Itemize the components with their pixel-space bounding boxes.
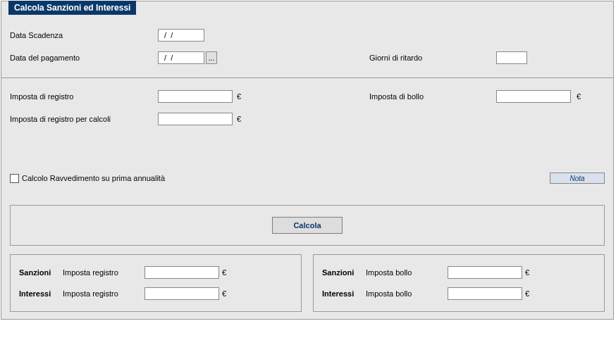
data-pagamento-input[interactable]: [158, 51, 204, 64]
imposta-registro-calcoli-label: Imposta di registro per calcoli: [10, 115, 158, 123]
data-scadenza-label: Data Scadenza: [10, 31, 158, 39]
euro-symbol: €: [577, 92, 581, 101]
sanzioni-label-2: Sanzioni: [322, 268, 366, 277]
interessi-label-2: Interessi: [322, 289, 366, 298]
result-registro-panel: Sanzioni Imposta registro € Interessi Im…: [10, 254, 302, 312]
nota-button[interactable]: Nota: [550, 172, 605, 184]
calcola-panel: Calcola: [10, 205, 605, 246]
euro-symbol: €: [237, 115, 241, 123]
imposta-registro-label: Imposta di registro: [10, 92, 158, 101]
interessi-label: Interessi: [19, 289, 63, 298]
euro-symbol: €: [525, 289, 529, 298]
divider: [1, 77, 613, 78]
euro-symbol: €: [222, 289, 226, 298]
imposta-registro-input[interactable]: [158, 90, 233, 103]
calcolo-ravvedimento-label: Calcolo Ravvedimento su prima annualità: [22, 174, 165, 182]
giorni-ritardo-label: Giorni di ritardo: [369, 54, 496, 62]
imposta-registro-result-label2: Imposta registro: [63, 289, 144, 298]
euro-symbol: €: [222, 268, 226, 277]
giorni-ritardo-input[interactable]: [496, 51, 527, 64]
sanzioni-registro-input[interactable]: [144, 266, 219, 279]
imposta-bollo-result-label: Imposta bollo: [366, 268, 448, 277]
panel-title: Calcola Sanzioni ed Interessi: [8, 1, 136, 15]
main-panel: Calcola Sanzioni ed Interessi Data Scade…: [1, 1, 614, 320]
calcola-button[interactable]: Calcola: [272, 217, 343, 234]
date-section: Data Scadenza Data del pagamento ... Gio…: [10, 8, 605, 75]
interessi-bollo-input[interactable]: [448, 287, 522, 300]
data-scadenza-input[interactable]: [158, 29, 204, 42]
imposta-registro-calcoli-input[interactable]: [158, 113, 233, 125]
calcolo-ravvedimento-checkbox[interactable]: [10, 174, 19, 183]
interessi-registro-input[interactable]: [144, 287, 219, 300]
euro-symbol: €: [525, 268, 529, 277]
importi-section: Imposta di registro € Imposta di bollo €…: [10, 85, 605, 184]
sanzioni-label: Sanzioni: [19, 268, 63, 277]
euro-symbol: €: [237, 92, 241, 101]
imposta-bollo-result-label2: Imposta bollo: [366, 289, 448, 298]
imposta-registro-result-label: Imposta registro: [63, 268, 144, 277]
imposta-bollo-input[interactable]: [496, 90, 571, 103]
sanzioni-bollo-input[interactable]: [448, 266, 522, 279]
date-picker-button[interactable]: ...: [206, 51, 217, 64]
data-pagamento-label: Data del pagamento: [10, 54, 158, 62]
imposta-bollo-label: Imposta di bollo: [369, 92, 496, 101]
result-bollo-panel: Sanzioni Imposta bollo € Interessi Impos…: [313, 254, 605, 312]
